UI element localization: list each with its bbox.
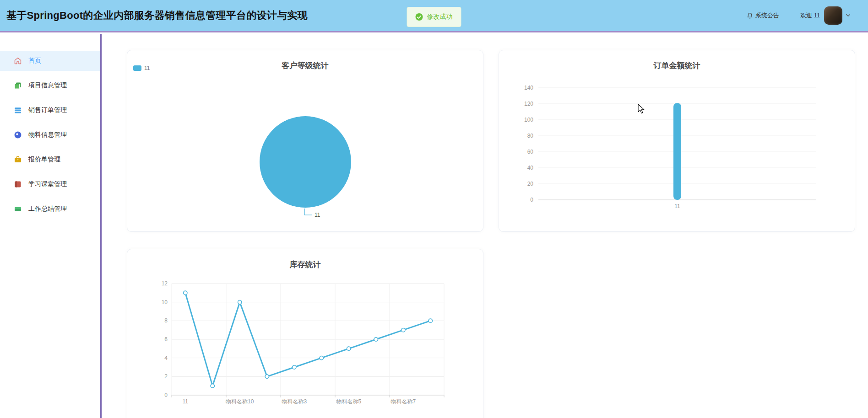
- svg-text:60: 60: [527, 149, 534, 155]
- order-amount-chart-card: 订单金额统计 02040608010012014011: [499, 50, 855, 232]
- sidebar-item-sales-order[interactable]: 销售订单管理: [0, 100, 100, 120]
- svg-text:40: 40: [527, 165, 534, 171]
- customer-level-chart-card: 11 客户等级统计 11: [127, 50, 483, 232]
- svg-text:20: 20: [527, 181, 534, 187]
- svg-text:4: 4: [164, 355, 168, 361]
- sidebar-item-label: 项目信息管理: [28, 81, 67, 90]
- svg-text:0: 0: [164, 392, 168, 398]
- announcement-label: 系统公告: [755, 11, 779, 20]
- svg-text:物料名称10: 物料名称10: [225, 398, 254, 405]
- sidebar-nav: 首页 项目信息管理 销售订单管理 物料信息管理 报价单管理 学习课堂管理 工作总…: [0, 34, 102, 418]
- welcome-text: 欢迎 11: [800, 11, 820, 20]
- success-toast: 修改成功: [407, 7, 461, 27]
- svg-text:100: 100: [524, 117, 533, 123]
- home-icon: [14, 57, 22, 65]
- mouse-cursor: [638, 104, 645, 114]
- svg-text:120: 120: [524, 101, 533, 107]
- inventory-line-chart: 02468101211物料名称10物料名称3物料名称5物料名称7: [127, 249, 483, 418]
- system-announcement-button[interactable]: 系统公告: [747, 11, 779, 20]
- svg-text:140: 140: [524, 85, 533, 91]
- svg-text:12: 12: [162, 280, 168, 287]
- svg-text:11: 11: [315, 212, 320, 218]
- sidebar-item-project-info[interactable]: 项目信息管理: [0, 75, 100, 96]
- bell-icon: [747, 12, 753, 19]
- svg-text:物料名称7: 物料名称7: [390, 398, 416, 405]
- sidebar-item-material-info[interactable]: 物料信息管理: [0, 125, 100, 145]
- check-circle-icon: [416, 13, 423, 21]
- material-info-icon: [14, 131, 22, 139]
- svg-text:2: 2: [164, 373, 168, 380]
- project-info-icon: [14, 81, 22, 90]
- sidebar-item-work-summary[interactable]: 工作总结管理: [0, 199, 100, 219]
- sidebar-item-quotation[interactable]: 报价单管理: [0, 150, 100, 170]
- svg-text:80: 80: [527, 133, 534, 139]
- svg-text:8: 8: [164, 317, 168, 324]
- toast-message: 修改成功: [427, 13, 453, 21]
- top-header: 基于SpringBoot的企业内部服务器销售信息管理平台的设计与实现 修改成功 …: [0, 0, 868, 32]
- sidebar-item-label: 物料信息管理: [28, 131, 67, 139]
- quotation-icon: [14, 155, 22, 164]
- chevron-down-icon[interactable]: [846, 14, 851, 17]
- classroom-icon: [14, 180, 22, 188]
- sidebar-item-label: 工作总结管理: [28, 205, 67, 213]
- svg-text:物料名称5: 物料名称5: [336, 398, 361, 405]
- sidebar-item-label: 销售订单管理: [28, 106, 67, 114]
- svg-text:11: 11: [183, 398, 189, 405]
- svg-text:0: 0: [530, 197, 533, 203]
- header-right-group: 系统公告 欢迎 11: [747, 6, 851, 25]
- user-avatar[interactable]: [824, 6, 842, 25]
- work-summary-icon: [14, 205, 22, 213]
- svg-text:10: 10: [162, 299, 168, 305]
- sidebar-item-label: 首页: [28, 57, 41, 65]
- main-content: 11 客户等级统计 11 订单金额统计 02040608010012014011…: [103, 34, 868, 418]
- svg-text:11: 11: [674, 203, 680, 209]
- svg-text:6: 6: [164, 336, 168, 343]
- order-amount-bar-chart: 02040608010012014011: [499, 50, 855, 232]
- sidebar-item-label: 学习课堂管理: [28, 180, 67, 188]
- inventory-chart-card: 库存统计 02468101211物料名称10物料名称3物料名称5物料名称7: [127, 249, 483, 418]
- sidebar-item-classroom[interactable]: 学习课堂管理: [0, 174, 100, 194]
- sales-order-icon: [14, 106, 22, 114]
- sidebar-item-label: 报价单管理: [28, 155, 60, 164]
- page-title: 基于SpringBoot的企业内部服务器销售信息管理平台的设计与实现: [6, 9, 308, 22]
- svg-text:物料名称3: 物料名称3: [281, 398, 307, 405]
- customer-level-pie-chart: 11: [127, 50, 483, 232]
- sidebar-item-home[interactable]: 首页: [0, 51, 100, 71]
